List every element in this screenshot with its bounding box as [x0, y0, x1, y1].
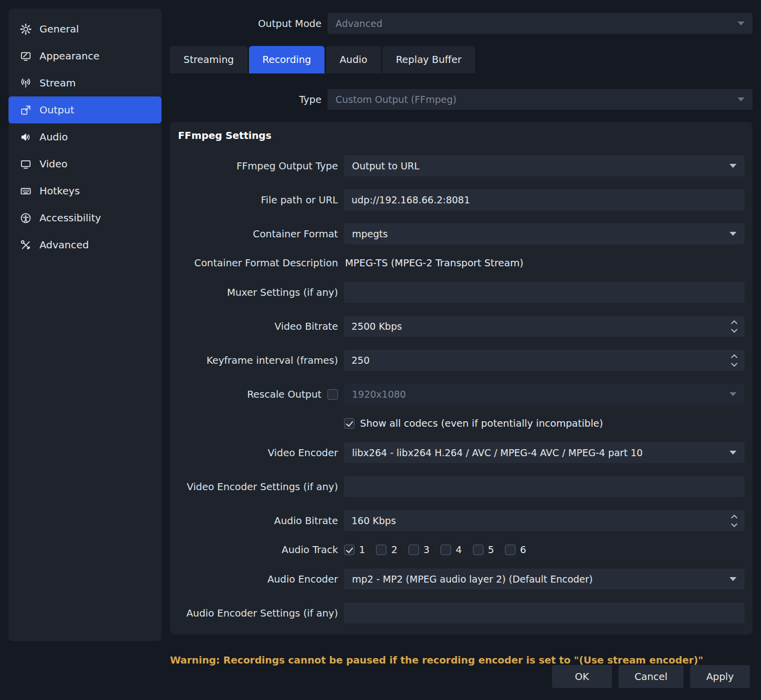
audio-track-6-checkbox[interactable] [505, 545, 516, 555]
audio-track-3-checkbox[interactable] [408, 545, 419, 555]
sidebar-item-output[interactable]: Output [8, 96, 162, 123]
file-path-row: File path or URL [177, 189, 744, 210]
recording-type-value: Custom Output (FFmpeg) [336, 94, 456, 105]
recording-type-row: Type Custom Output (FFmpeg) [170, 89, 752, 110]
keyboard-icon [20, 185, 32, 197]
audio-track-1-checkbox[interactable] [344, 545, 354, 555]
audio-track-label: 6 [520, 544, 526, 556]
audio-track-label: 1 [359, 544, 365, 556]
sidebar-item-label: General [40, 23, 79, 35]
field-label: Audio Bitrate [177, 515, 338, 527]
video-bitrate-input[interactable] [344, 316, 728, 337]
sidebar-item-label: Stream [40, 77, 76, 89]
sidebar-item-advanced[interactable]: Advanced [8, 231, 162, 258]
sidebar-item-general[interactable]: General [8, 15, 162, 42]
sidebar-item-video[interactable]: Video [8, 150, 162, 177]
audio-track-2-checkbox[interactable] [376, 545, 386, 555]
dialog-buttons: OK Cancel Apply [552, 665, 750, 688]
audio-track-label: 5 [488, 544, 494, 556]
audio-track-label: 3 [424, 544, 430, 556]
output-tabs: Streaming Recording Audio Replay Buffer [170, 46, 752, 73]
selected-value: mpegts [352, 228, 388, 239]
output-mode-label: Output Mode [170, 18, 322, 29]
keyframe-interval-spinner [344, 350, 744, 371]
audio-bitrate-input[interactable] [344, 510, 728, 531]
spin-up-button[interactable] [732, 353, 736, 358]
chevron-down-icon [730, 451, 736, 455]
tab-streaming[interactable]: Streaming [170, 46, 248, 73]
container-format-row: Container Format mpegts [177, 223, 744, 244]
field-label: Video Encoder [177, 447, 338, 459]
muxer-settings-input[interactable] [344, 282, 744, 303]
sidebar-item-label: Appearance [40, 50, 100, 62]
output-mode-row: Output Mode Advanced [170, 13, 752, 34]
video-encoder-settings-row: Video Encoder Settings (if any) [177, 476, 744, 497]
chevron-down-icon [738, 97, 744, 101]
chevron-down-icon [738, 21, 744, 25]
recording-type-select[interactable]: Custom Output (FFmpeg) [328, 89, 752, 110]
chevron-down-icon [730, 164, 736, 168]
accessibility-icon [20, 212, 32, 224]
sidebar-item-hotkeys[interactable]: Hotkeys [8, 177, 162, 204]
audio-encoder-settings-row: Audio Encoder Settings (if any) [177, 603, 744, 624]
sidebar-item-label: Audio [40, 131, 68, 143]
ok-button[interactable]: OK [552, 665, 612, 688]
audio-track-4-checkbox[interactable] [440, 545, 451, 555]
cancel-button[interactable]: Cancel [618, 665, 684, 688]
muxer-settings-row: Muxer Settings (if any) [177, 282, 744, 303]
rescale-output-checkbox[interactable] [328, 389, 338, 400]
spin-down-button[interactable] [732, 328, 736, 333]
keyframe-interval-input[interactable] [344, 350, 728, 371]
settings-sidebar: General Appearance Stream Output Audio [8, 8, 162, 641]
tab-label: Audio [340, 54, 367, 65]
ffmpeg-settings-group: FFmpeg Settings FFmpeg Output Type Outpu… [170, 122, 752, 635]
video-encoder-settings-input[interactable] [344, 476, 744, 497]
spin-down-button[interactable] [732, 523, 736, 528]
spin-up-button[interactable] [732, 514, 736, 519]
field-label: Rescale Output [247, 389, 322, 400]
video-bitrate-spinner [344, 316, 744, 337]
audio-encoder-row: Audio Encoder mp2 - MP2 (MPEG audio laye… [177, 569, 744, 590]
rescale-resolution-select[interactable]: 1920x1080 [344, 384, 744, 405]
spin-down-button[interactable] [732, 362, 736, 367]
audio-encoder-select[interactable]: mp2 - MP2 (MPEG audio layer 2) (Default … [344, 569, 744, 590]
tab-audio[interactable]: Audio [326, 46, 380, 73]
audio-track-label: 2 [391, 544, 397, 556]
sidebar-item-accessibility[interactable]: Accessibility [8, 204, 162, 231]
video-bitrate-row: Video Bitrate [177, 316, 744, 337]
audio-encoder-settings-input[interactable] [344, 603, 744, 624]
apply-button[interactable]: Apply [690, 665, 750, 688]
gear-icon [20, 23, 32, 35]
video-encoder-select[interactable]: libx264 - libx264 H.264 / AVC / MPEG-4 A… [344, 442, 744, 463]
show-all-codecs-checkbox[interactable] [344, 418, 354, 429]
tab-label: Streaming [184, 54, 234, 65]
ffmpeg-output-type-row: FFmpeg Output Type Output to URL [177, 155, 744, 176]
settings-main: Output Mode Advanced Streaming Recording… [170, 8, 752, 692]
settings-dialog: General Appearance Stream Output Audio [0, 0, 761, 700]
ffmpeg-output-type-select[interactable]: Output to URL [344, 155, 744, 176]
chevron-down-icon [730, 577, 736, 581]
speaker-icon [20, 131, 32, 143]
container-format-select[interactable]: mpegts [344, 223, 744, 244]
sidebar-item-label: Accessibility [40, 212, 101, 224]
audio-track-label: 4 [456, 544, 462, 556]
field-label: Audio Encoder [177, 574, 338, 585]
output-icon [20, 104, 32, 116]
field-label: Muxer Settings (if any) [177, 287, 338, 298]
sidebar-item-stream[interactable]: Stream [8, 69, 162, 96]
sidebar-item-label: Video [40, 158, 68, 170]
spin-up-button[interactable] [732, 319, 736, 324]
tab-recording[interactable]: Recording [249, 46, 325, 73]
sidebar-item-label: Output [40, 104, 74, 116]
rescale-output-row: Rescale Output 1920x1080 [177, 384, 744, 405]
selected-value: Output to URL [352, 160, 420, 171]
sidebar-item-audio[interactable]: Audio [8, 123, 162, 150]
tab-label: Recording [262, 54, 312, 65]
output-mode-select[interactable]: Advanced [328, 13, 752, 34]
sidebar-item-appearance[interactable]: Appearance [8, 42, 162, 69]
file-path-input[interactable] [344, 189, 744, 210]
field-label: Container Format Description [177, 257, 338, 269]
show-all-codecs-row: Show all codecs (even if potentially inc… [177, 418, 744, 429]
audio-track-5-checkbox[interactable] [473, 545, 484, 555]
tab-replay-buffer[interactable]: Replay Buffer [382, 46, 475, 73]
